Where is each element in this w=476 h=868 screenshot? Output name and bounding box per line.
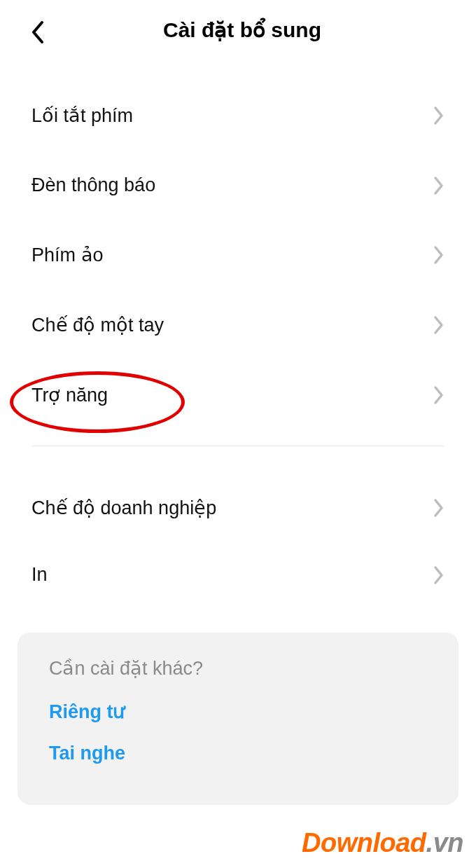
suggestion-link-privacy[interactable]: Riêng tư <box>49 701 427 723</box>
settings-list: Lối tắt phím Đèn thông báo Phím ảo Chế đ… <box>0 56 476 608</box>
chevron-right-icon <box>433 176 444 195</box>
chevron-right-icon <box>433 315 444 335</box>
chevron-right-icon <box>433 498 444 518</box>
item-label: Đèn thông báo <box>31 174 155 196</box>
chevron-left-icon <box>29 20 45 45</box>
item-accessibility[interactable]: Trợ năng <box>0 360 476 430</box>
chevron-right-icon <box>433 245 444 265</box>
watermark: Download.vn <box>302 828 463 858</box>
header: Cài đặt bổ sung <box>0 0 476 56</box>
chevron-right-icon <box>433 106 444 125</box>
item-shortcut-keys[interactable]: Lối tắt phím <box>0 81 476 151</box>
item-label: Chế độ một tay <box>31 314 164 336</box>
item-virtual-keys[interactable]: Phím ảo <box>0 220 476 290</box>
item-one-hand-mode[interactable]: Chế độ một tay <box>0 290 476 360</box>
item-label: Chế độ doanh nghiệp <box>31 497 216 519</box>
chevron-right-icon <box>433 565 444 585</box>
chevron-right-icon <box>433 385 444 405</box>
divider <box>31 446 444 446</box>
item-label: In <box>31 564 48 586</box>
back-button[interactable] <box>29 20 45 45</box>
item-label: Lối tắt phím <box>31 104 133 127</box>
item-label: Phím ảo <box>31 244 104 266</box>
suggestion-link-headphones[interactable]: Tai nghe <box>49 743 427 764</box>
item-enterprise-mode[interactable]: Chế độ doanh nghiệp <box>0 474 476 542</box>
item-notification-light[interactable]: Đèn thông báo <box>0 151 476 220</box>
page-title: Cài đặt bổ sung <box>22 18 462 42</box>
item-print[interactable]: In <box>0 542 476 608</box>
item-label: Trợ năng <box>31 384 108 406</box>
suggestion-card: Cần cài đặt khác? Riêng tư Tai nghe <box>18 633 458 805</box>
watermark-text-2: .vn <box>426 828 463 857</box>
watermark-text-1: Download <box>302 828 426 857</box>
suggestion-title: Cần cài đặt khác? <box>49 657 427 680</box>
